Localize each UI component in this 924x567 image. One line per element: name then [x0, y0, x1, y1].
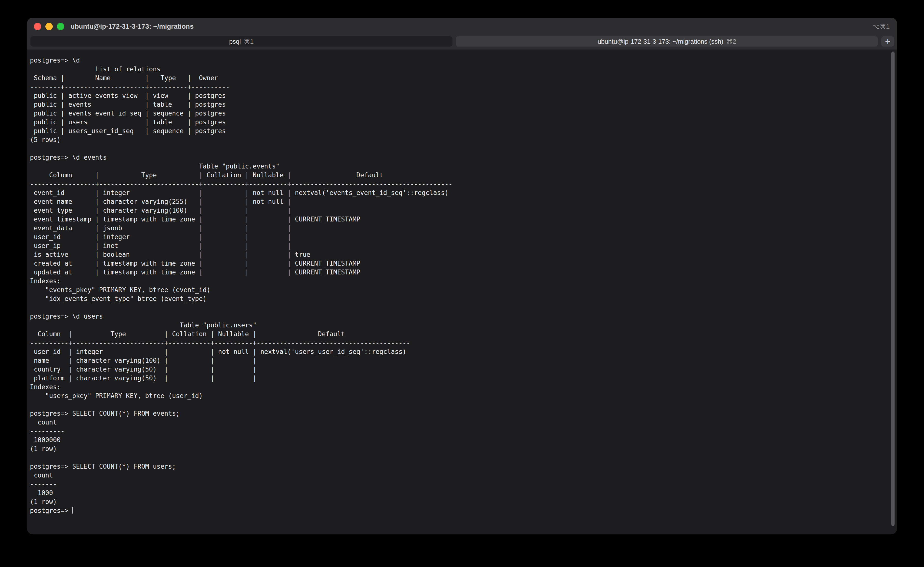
zoom-window-button[interactable] — [57, 23, 64, 30]
tab-bar: psql ⌘1 ubuntu@ip-172-31-3-173: ~/migrat… — [27, 35, 897, 50]
close-window-button[interactable] — [34, 23, 41, 30]
tab-ssh-session[interactable]: ubuntu@ip-172-31-3-173: ~/migrations (ss… — [456, 36, 878, 46]
terminal-window: ubuntu@ip-172-31-3-173: ~/migrations ⌥⌘1… — [27, 18, 897, 534]
text-cursor — [72, 507, 73, 513]
window-shortcut-hint: ⌥⌘1 — [873, 23, 889, 30]
terminal-output: postgres=> \d List of relations Schema |… — [30, 56, 887, 506]
desktop-background: { "window": { "title": "ubuntu@ip-172-31… — [0, 0, 924, 567]
prompt-text: postgres=> — [30, 507, 72, 514]
window-title: ubuntu@ip-172-31-3-173: ~/migrations — [71, 23, 194, 30]
minimize-window-button[interactable] — [45, 23, 53, 30]
scrollbar-thumb[interactable] — [891, 51, 895, 526]
terminal-content-area[interactable]: postgres=> \d List of relations Schema |… — [27, 50, 897, 534]
tab-psql[interactable]: psql ⌘1 — [30, 36, 452, 46]
tab-label: psql — [229, 38, 241, 45]
window-titlebar[interactable]: ubuntu@ip-172-31-3-173: ~/migrations ⌥⌘1 — [27, 18, 897, 35]
tab-shortcut: ⌘1 — [244, 38, 254, 45]
tab-label: ubuntu@ip-172-31-3-173: ~/migrations (ss… — [598, 38, 723, 45]
tab-shortcut: ⌘2 — [726, 38, 736, 45]
new-tab-button[interactable]: + — [881, 36, 894, 46]
traffic-lights — [34, 23, 64, 30]
prompt-line: postgres=> — [30, 506, 887, 515]
